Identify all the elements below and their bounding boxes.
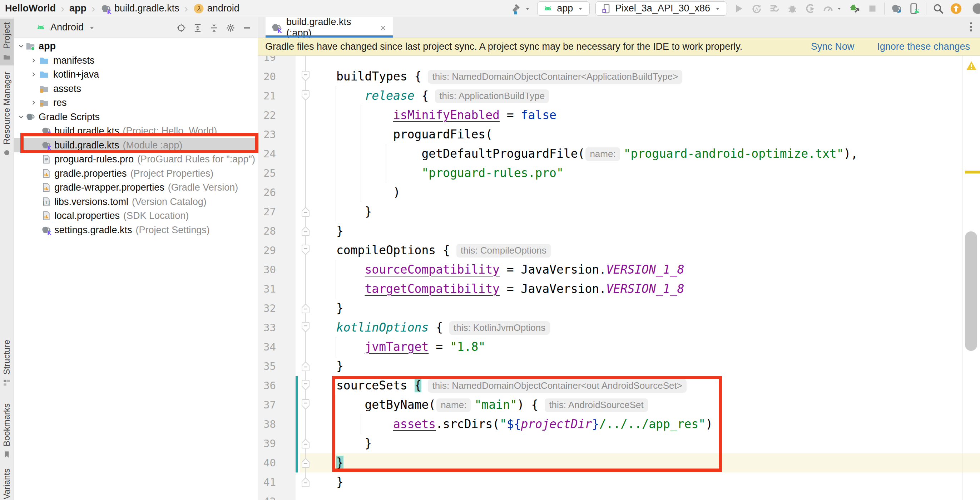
collapse-all-button[interactable] [209,22,219,33]
tree-item-settings-gradle-kts[interactable]: K settings.gradle.kts(Project Settings) [14,223,258,237]
fold-end-icon[interactable] [301,303,310,314]
code-line-36[interactable]: 36 sourceSets {this: NamedDomainObjectCo… [258,376,980,395]
tree-item-app[interactable]: app [14,39,258,53]
code-line-35[interactable]: 35 } [258,356,980,376]
breadcrumb-item[interactable]: Kbuild.gradle.kts [100,3,180,14]
profiler-button[interactable] [822,3,843,15]
kebab-menu-icon[interactable] [965,21,977,33]
device-selector[interactable]: Pixel_3a_API_30_x86 [595,2,727,16]
fold-start-icon[interactable] [301,322,310,333]
run-with-profiler-button[interactable] [804,3,816,15]
tree-item-gradle-wrapper-properties[interactable]: gradle-wrapper.properties(Gradle Version… [14,180,258,195]
build-button[interactable] [510,3,531,15]
tree-item-build-gradle-kts[interactable]: K build.gradle.kts(Project: Hello_World) [14,124,258,138]
editor-tab-build-gradle[interactable]: K build.gradle.kts (:app) [266,17,393,38]
code-line-24[interactable]: 24 getDefaultProguardFile(name:"proguard… [258,144,980,163]
file-toml-icon: [T] [41,196,51,207]
code-editor[interactable]: 19 20 buildTypes {this: NamedDomainObjec… [258,56,980,500]
tree-item-gradle-scripts[interactable]: Gradle Scripts [14,110,258,124]
apply-changes-restart-button[interactable]: A [751,3,763,15]
breadcrumb-item[interactable]: HelloWorld [5,3,56,14]
tree-item-gradle-properties[interactable]: gradle.properties(Project Properties) [14,166,258,181]
code-line-26[interactable]: 26 ) [258,183,980,202]
tree-item-libs-versions-toml[interactable]: [T] libs.versions.toml(Version Catalog) [14,195,258,209]
code-line-32[interactable]: 32 } [258,299,980,318]
fold-end-icon[interactable] [301,225,310,237]
code-line-29[interactable]: 29 compileOptions {this: CompileOptions [258,241,980,260]
code-line-38[interactable]: 38 assets.srcDirs("${projectDir}/../../a… [258,415,980,434]
code-line-37[interactable]: 37 getByName(name:"main") {this: Android… [258,395,980,415]
banner-link-sync-now[interactable]: Sync Now [811,41,854,52]
project-tool-icon [2,53,11,62]
fold-start-icon[interactable] [301,244,310,256]
code-line-40[interactable]: 40 } [258,453,980,473]
tool-window-button-bookmarks[interactable]: Bookmarks [0,400,14,463]
code-line-42[interactable]: 42 [258,492,980,500]
fold-end-icon[interactable] [301,361,310,372]
fold-start-icon[interactable] [301,90,310,102]
search-button[interactable] [932,3,944,15]
code-line-39[interactable]: 39 } [258,434,980,453]
fold-end-icon[interactable] [301,476,310,488]
line-number: 30 [258,260,276,280]
code-line-34[interactable]: 34 jvmTarget = "1.8" [258,337,980,356]
tree-item-kotlin-java[interactable]: kotlin+java [14,67,258,81]
attach-debugger-button[interactable] [848,3,861,15]
caret-down-icon [576,5,584,13]
hide-panel-button[interactable] [242,22,252,33]
tree-item-manifests[interactable]: manifests [14,53,258,68]
close-icon[interactable] [379,22,388,33]
apply-code-changes-button[interactable] [768,3,781,15]
code-line-41[interactable]: 41 } [258,473,980,492]
code-line-25[interactable]: 25 "proguard-rules.pro" [258,163,980,183]
fold-start-icon[interactable] [301,71,310,82]
fold-end-icon[interactable] [301,438,310,449]
fold-start-icon[interactable] [301,380,310,391]
breadcrumb-item[interactable]: λandroid [193,3,239,14]
code-line-19[interactable]: 19 [258,56,980,67]
run-icon [733,3,745,15]
breadcrumb-item[interactable]: app [69,3,86,14]
code-line-31[interactable]: 31 targetCompatibility = JavaVersion.VER… [258,280,980,299]
svg-text:K: K [277,27,282,33]
warning-stripe-mark[interactable] [965,171,980,174]
fold-start-icon[interactable] [301,399,310,411]
fold-end-icon[interactable] [301,206,310,217]
tree-item-local-properties[interactable]: local.properties(SDK Location) [14,209,258,223]
code-line-27[interactable]: 27 } [258,202,980,221]
code-line-20[interactable]: 20 buildTypes {this: NamedDomainObjectCo… [258,67,980,86]
warning-triangle-icon[interactable] [966,58,977,72]
tool-window-button-project[interactable]: Project [0,19,14,65]
ide-update-button[interactable] [950,3,962,15]
tree-item-proguard-rules-pro[interactable]: proguard-rules.pro(ProGuard Rules for ":… [14,152,258,166]
banner-link-ignore-these-changes[interactable]: Ignore these changes [877,41,970,52]
debug-button[interactable] [786,3,799,15]
stop-button[interactable] [866,3,878,15]
locate-button[interactable] [176,22,186,33]
code-line-28[interactable]: 28 } [258,221,980,241]
code-line-23[interactable]: 23 proguardFiles( [258,125,980,144]
expand-all-button[interactable] [192,22,203,33]
tree-item-build-gradle-kts[interactable]: K build.gradle.kts(Module :app) [14,138,258,152]
code-line-22[interactable]: 22 isMinifyEnabled = false [258,105,980,125]
project-view-selector[interactable]: Android [14,22,176,33]
tool-window-button-build-variants[interactable]: Build Variants [0,465,14,500]
settings-gear-button[interactable] [226,22,235,33]
code-line-30[interactable]: 30 sourceCompatibility = JavaVersion.VER… [258,260,980,280]
tool-window-button-resource-manager[interactable]: Resource Manager [0,68,14,161]
device-manager-button[interactable] [908,3,920,15]
code-line-33[interactable]: 33 kotlinOptions {this: KotlinJvmOptions [258,318,980,337]
editor-scrollbar[interactable] [965,232,977,351]
line-number: 36 [258,376,276,395]
run-configuration-selector[interactable]: app [537,2,590,16]
run-button[interactable] [733,3,745,15]
tree-item-assets[interactable]: assets [14,81,258,96]
fold-end-icon[interactable] [301,457,310,468]
tree-item-res[interactable]: res [14,96,258,110]
notifications-partial-button[interactable] [968,3,980,15]
inlay-hint: this: CompileOptions [457,244,551,257]
code-line-21[interactable]: 21 release {this: ApplicationBuildType [258,86,980,105]
tool-window-button-structure[interactable]: Structure [0,336,14,391]
main-toolbar: HelloWorld›app›Kbuild.gradle.kts›λandroi… [0,0,980,17]
gradle-sync-button[interactable] [890,3,902,15]
